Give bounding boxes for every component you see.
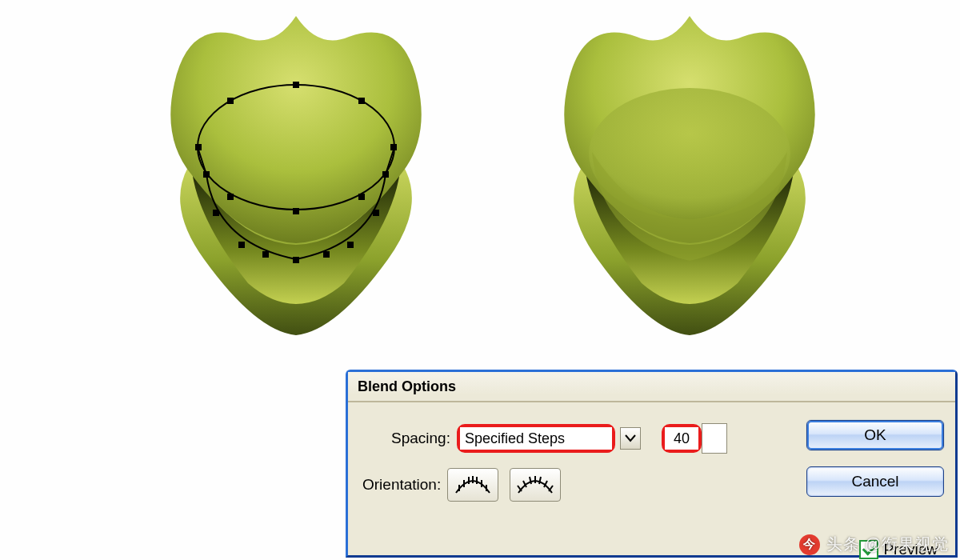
svg-rect-7 — [293, 208, 299, 214]
svg-rect-12 — [293, 257, 299, 263]
dialog-titlebar[interactable]: Blend Options — [348, 372, 955, 402]
svg-rect-9 — [203, 171, 210, 178]
blend-options-dialog: Blend Options Spacing: Specified Steps 4… — [346, 370, 958, 558]
svg-rect-8 — [227, 194, 234, 200]
svg-line-30 — [539, 477, 541, 484]
svg-rect-14 — [373, 210, 379, 216]
svg-rect-1 — [195, 144, 202, 150]
spacing-dropdown-button[interactable] — [620, 427, 641, 450]
watermark: 今 头条 @衔果视觉 — [799, 534, 949, 555]
svg-rect-17 — [323, 251, 330, 258]
frog-mouth-shape-editing — [160, 11, 432, 339]
artboard — [0, 0, 960, 384]
spacing-highlight: Specified Steps — [457, 424, 615, 453]
svg-rect-2 — [227, 98, 234, 104]
frog-mouth-shape-result — [554, 11, 826, 339]
watermark-handle: @衔果视觉 — [865, 534, 949, 555]
steps-input[interactable]: 40 — [665, 427, 698, 450]
dialog-title: Blend Options — [358, 378, 456, 395]
svg-rect-3 — [293, 82, 299, 88]
steps-unit-field[interactable] — [702, 423, 727, 454]
ok-button[interactable]: OK — [806, 420, 944, 450]
svg-rect-13 — [347, 242, 354, 248]
orientation-align-page-button[interactable] — [447, 468, 498, 502]
svg-rect-6 — [358, 194, 365, 200]
align-page-icon — [453, 474, 493, 496]
svg-rect-4 — [358, 98, 365, 104]
svg-rect-15 — [382, 171, 389, 178]
align-path-icon — [515, 474, 555, 496]
watermark-logo-icon: 今 — [799, 534, 820, 555]
svg-line-28 — [530, 477, 531, 484]
orientation-label: Orientation: — [362, 476, 441, 494]
svg-rect-16 — [262, 251, 269, 258]
spacing-label: Spacing: — [391, 430, 450, 447]
spacing-select[interactable]: Specified Steps — [460, 427, 612, 450]
chevron-down-icon — [625, 434, 636, 442]
watermark-prefix: 头条 — [826, 534, 860, 555]
svg-rect-11 — [238, 242, 245, 248]
svg-rect-10 — [213, 210, 219, 216]
cancel-button[interactable]: Cancel — [806, 466, 944, 497]
orientation-align-path-button[interactable] — [510, 468, 561, 502]
svg-rect-5 — [390, 144, 397, 150]
